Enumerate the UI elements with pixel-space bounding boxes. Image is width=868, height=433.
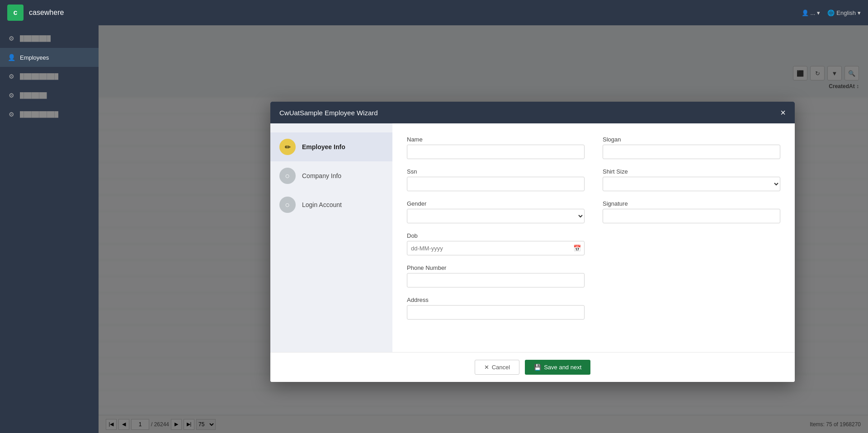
address-group: Address xyxy=(407,297,585,320)
user-menu[interactable]: 👤 ... ▾ xyxy=(802,9,821,16)
user-label: ... xyxy=(811,9,816,16)
form-grid: Name Slogan Ssn xyxy=(407,136,780,320)
wizard-step-company-info[interactable]: ○ Company Info xyxy=(270,161,392,190)
slogan-label: Slogan xyxy=(603,136,780,143)
wizard-step-employee-info[interactable]: ✏ Employee Info xyxy=(270,132,392,161)
signature-group: Signature xyxy=(603,200,780,223)
calendar-icon[interactable]: 📅 xyxy=(573,245,581,252)
signature-label: Signature xyxy=(603,200,780,207)
globe-icon: 🌐 xyxy=(827,9,835,16)
step-circle-1: ✏ xyxy=(279,139,296,155)
top-bar-left: c casewhere xyxy=(7,5,64,21)
sidebar-icon-3: ⚙ xyxy=(7,72,15,80)
modal-header: CwUatSample Employee Wizard × xyxy=(270,102,795,123)
app-name: casewhere xyxy=(29,9,64,17)
gender-select[interactable]: Male Female Other xyxy=(407,209,585,223)
name-input[interactable] xyxy=(407,145,585,159)
content-area: ⬛ ↻ ▼ 🔍 CreatedAt ↕ xyxy=(99,25,868,433)
step-circle-2: ○ xyxy=(279,168,296,184)
main-layout: ⚙ ████████ 👤 Employees ⚙ ██████████ ⚙ ██… xyxy=(0,25,868,433)
sidebar-label-manage: ███████ xyxy=(20,92,47,99)
dob-label: Dob xyxy=(407,232,585,239)
signature-input[interactable] xyxy=(603,209,780,223)
sidebar-item-manage[interactable]: ⚙ ███████ xyxy=(0,86,99,105)
language-selector[interactable]: 🌐 English ▾ xyxy=(827,9,861,16)
sidebar-label-5: ██████████ xyxy=(20,111,58,118)
name-label: Name xyxy=(407,136,585,143)
ssn-label: Ssn xyxy=(407,168,585,175)
step-icon-1: ✏ xyxy=(285,143,291,151)
phone-row-spacer xyxy=(603,264,780,287)
top-bar-right: 👤 ... ▾ 🌐 English ▾ xyxy=(802,9,861,16)
shirt-size-group: Shirt Size XS S M L XL XXL xyxy=(603,168,780,191)
wizard-steps: ✏ Employee Info ○ Company Info xyxy=(270,123,392,352)
save-icon: 💾 xyxy=(534,364,541,371)
modal-footer: ✕ Cancel 💾 Save and next xyxy=(270,352,795,382)
sidebar-label-1: ████████ xyxy=(20,35,51,42)
sidebar-label-3: ██████████ xyxy=(20,73,58,80)
address-input[interactable] xyxy=(407,305,585,320)
phone-input[interactable] xyxy=(407,273,585,287)
dob-row-spacer xyxy=(603,232,780,255)
sidebar-item-3[interactable]: ⚙ ██████████ xyxy=(0,67,99,86)
sidebar-icon-manage: ⚙ xyxy=(7,91,15,99)
user-chevron-icon: ▾ xyxy=(817,9,820,16)
step-label-3: Login Account xyxy=(302,201,342,208)
lang-label: English xyxy=(836,9,856,16)
top-bar: c casewhere 👤 ... ▾ 🌐 English ▾ xyxy=(0,0,868,25)
modal-body: ✏ Employee Info ○ Company Info xyxy=(270,123,795,352)
sidebar-icon-5: ⚙ xyxy=(7,110,15,118)
user-icon: 👤 xyxy=(802,9,809,16)
save-next-button[interactable]: 💾 Save and next xyxy=(525,360,590,375)
form-area: Name Slogan Ssn xyxy=(392,123,795,352)
modal-overlay: CwUatSample Employee Wizard × ✏ xyxy=(99,25,868,433)
gender-label: Gender xyxy=(407,200,585,207)
sidebar-item-1[interactable]: ⚙ ████████ xyxy=(0,29,99,48)
sidebar-icon-1: ⚙ xyxy=(7,34,15,42)
shirt-size-label: Shirt Size xyxy=(603,168,780,175)
modal-close-btn[interactable]: × xyxy=(780,108,786,117)
gender-group: Gender Male Female Other xyxy=(407,200,585,223)
dob-wrapper: 📅 xyxy=(407,241,585,255)
dob-group: Dob 📅 xyxy=(407,232,585,255)
shirt-size-select[interactable]: XS S M L XL XXL xyxy=(603,177,780,191)
step-circle-3: ○ xyxy=(279,197,296,213)
step-label-2: Company Info xyxy=(302,172,341,179)
slogan-group: Slogan xyxy=(603,136,780,159)
slogan-input[interactable] xyxy=(603,145,780,159)
employee-wizard-modal: CwUatSample Employee Wizard × ✏ xyxy=(270,102,795,382)
ssn-input[interactable] xyxy=(407,177,585,191)
save-next-label: Save and next xyxy=(544,364,581,371)
phone-group: Phone Number xyxy=(407,264,585,287)
modal-title: CwUatSample Employee Wizard xyxy=(279,109,378,117)
sidebar-icon-employees: 👤 xyxy=(7,53,15,61)
name-group: Name xyxy=(407,136,585,159)
sidebar: ⚙ ████████ 👤 Employees ⚙ ██████████ ⚙ ██… xyxy=(0,25,99,433)
address-label: Address xyxy=(407,297,585,303)
sidebar-label-employees: Employees xyxy=(20,54,49,61)
logo: c xyxy=(7,5,24,21)
cancel-icon: ✕ xyxy=(484,364,489,371)
cancel-label: Cancel xyxy=(492,364,510,371)
phone-label: Phone Number xyxy=(407,264,585,271)
lang-chevron-icon: ▾ xyxy=(858,9,861,16)
dob-input[interactable] xyxy=(407,241,585,255)
sidebar-item-employees[interactable]: 👤 Employees xyxy=(0,48,99,67)
sidebar-item-5[interactable]: ⚙ ██████████ xyxy=(0,105,99,124)
step-label-1: Employee Info xyxy=(302,143,345,151)
cancel-button[interactable]: ✕ Cancel xyxy=(475,360,519,375)
ssn-group: Ssn xyxy=(407,168,585,191)
wizard-step-login-account[interactable]: ○ Login Account xyxy=(270,190,392,219)
